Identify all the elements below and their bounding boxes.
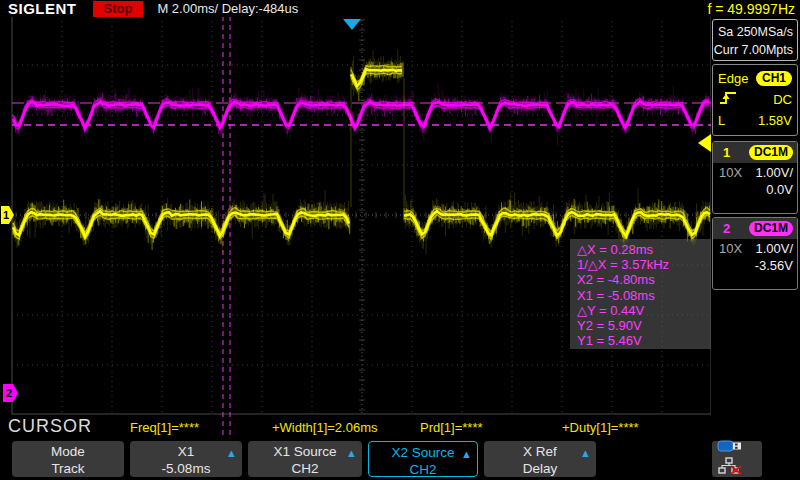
up-arrow-icon: ▲ (580, 445, 591, 462)
up-arrow-icon: ▲ (346, 445, 357, 462)
channel1-probe: 10X (719, 165, 742, 180)
rising-edge-icon (718, 90, 738, 109)
cursor-inv-dx: 1/△X = 3.57kHz (577, 257, 711, 272)
lan-disconnected-icon (717, 457, 743, 479)
sample-rate: Sa 250MSa/s (713, 23, 793, 41)
up-arrow-icon: ▲ (461, 446, 472, 463)
channel1-scale: 1.00V/ (755, 165, 793, 180)
memory-depth: Curr 7.00Mpts (713, 41, 793, 59)
softkey-x1-source[interactable]: X1 Source CH2 ▲ (248, 441, 362, 477)
svg-text:2: 2 (6, 387, 12, 399)
svg-text:1: 1 (3, 209, 9, 221)
oscilloscope-screen: SIGLENT Stop M 2.00ms/ Delay:-484us f = … (0, 0, 800, 480)
cursor-menu-title: CURSOR (8, 416, 92, 437)
top-bar: SIGLENT Stop M 2.00ms/ Delay:-484us f = … (0, 0, 800, 17)
cursor-readout-panel: △X = 0.28ms 1/△X = 3.57kHz X2 = -4.80ms … (570, 239, 711, 349)
softkey-x2-source[interactable]: X2 Source CH2 ▲ (368, 441, 478, 477)
brand-logo: SIGLENT (8, 0, 77, 17)
measurement-strip: CURSOR Freq[1]=**** +Width[1]=2.06ms Prd… (0, 414, 712, 438)
usb-icon (717, 439, 743, 457)
channel2-offset: -3.56V (713, 256, 797, 273)
channel2-coupling-badge: DC1M (749, 221, 793, 236)
softkey-x-ref[interactable]: X Ref Delay ▲ (484, 441, 596, 477)
trigger-level-label: L (718, 113, 725, 128)
acquisition-info-box[interactable]: Sa 250MSa/s Curr 7.00Mpts (712, 19, 798, 61)
cursor-x2: X2 = -4.80ms (577, 272, 711, 287)
trigger-source-badge: CH1 (756, 71, 792, 86)
trigger-level-value: 1.58V (758, 113, 792, 128)
softkey-menu: Mode Track X1 -5.08ms ▲ X1 Source CH2 ▲ … (0, 440, 800, 480)
cursor-x1: X1 = -5.08ms (577, 288, 711, 303)
channel1-info-box[interactable]: 1 DC1M 10X 1.00V/ 0.0V (712, 141, 798, 214)
channel2-number: 2 (723, 221, 730, 236)
channel2-info-box[interactable]: 2 DC1M 10X 1.00V/ -3.56V (712, 217, 798, 290)
measurement-pwidth: +Width[1]=2.06ms (272, 420, 378, 435)
frequency-counter: f = 49.9997Hz (707, 1, 795, 17)
trigger-level-marker (698, 134, 711, 152)
softkey-mode[interactable]: Mode Track (12, 441, 124, 477)
trigger-info-box[interactable]: Edge CH1 DC L 1.58V (712, 64, 798, 136)
softkey-x1[interactable]: X1 -5.08ms ▲ (130, 441, 242, 477)
cursor-dx: △X = 0.28ms (577, 242, 711, 257)
status-icons-box (712, 441, 762, 477)
channel2-probe: 10X (719, 241, 742, 256)
run-state-badge[interactable]: Stop (93, 1, 144, 17)
measurement-duty: +Duty[1]=**** (562, 420, 639, 435)
channel1-number: 1 (723, 145, 730, 160)
cursor-y1: Y1 = 5.46V (577, 333, 711, 348)
trigger-coupling: DC (773, 92, 792, 107)
channel1-offset: 0.0V (713, 180, 797, 197)
trigger-mode: Edge (718, 71, 748, 86)
measurement-freq: Freq[1]=**** (130, 420, 199, 435)
sidebar: Sa 250MSa/s Curr 7.00Mpts Edge CH1 DC L … (711, 17, 800, 440)
measurement-period: Prd[1]=**** (420, 420, 483, 435)
up-arrow-icon: ▲ (226, 445, 237, 462)
channel2-scale: 1.00V/ (755, 241, 793, 256)
channel1-coupling-badge: DC1M (749, 145, 793, 160)
cursor-dy: △Y = 0.44V (577, 303, 711, 318)
cursor-y2: Y2 = 5.90V (577, 318, 711, 333)
timebase-readout[interactable]: M 2.00ms/ Delay:-484us (157, 1, 298, 16)
trigger-position-marker (343, 19, 361, 30)
